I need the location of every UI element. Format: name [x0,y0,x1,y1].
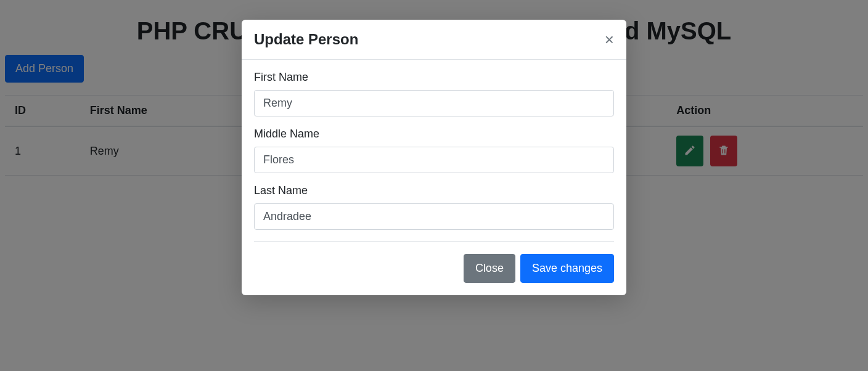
last-name-label: Last Name [254,184,614,197]
update-person-modal: Update Person × First Name Middle Name L… [242,20,626,295]
modal-backdrop[interactable]: Update Person × First Name Middle Name L… [0,0,868,371]
first-name-label: First Name [254,71,614,84]
middle-name-label: Middle Name [254,128,614,141]
close-button[interactable]: Close [464,254,515,283]
last-name-input[interactable] [254,203,614,230]
modal-title: Update Person [254,31,358,48]
middle-name-input[interactable] [254,147,614,173]
close-icon[interactable]: × [605,31,614,47]
save-changes-button[interactable]: Save changes [520,254,614,283]
first-name-input[interactable] [254,90,614,116]
modal-divider [254,241,614,242]
